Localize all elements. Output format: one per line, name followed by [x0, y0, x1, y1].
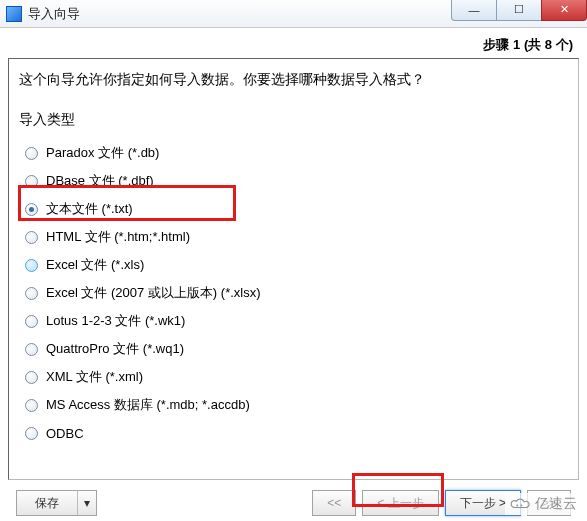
titlebar: 导入向导 — ☐ ✕ — [0, 0, 587, 28]
import-option[interactable]: DBase 文件 (*.dbf) — [19, 167, 568, 195]
option-label: DBase 文件 (*.dbf) — [46, 172, 154, 190]
radio-icon[interactable] — [25, 147, 38, 160]
save-button[interactable]: 保存 — [16, 490, 77, 516]
watermark-text: 亿速云 — [535, 495, 577, 513]
radio-icon[interactable] — [25, 427, 38, 440]
step-indicator: 步骤 1 (共 8 个) — [8, 34, 579, 58]
svg-point-1 — [520, 504, 522, 506]
window-controls: — ☐ ✕ — [452, 0, 587, 21]
radio-icon[interactable] — [25, 259, 38, 272]
minimize-button[interactable]: — — [451, 0, 497, 21]
import-option[interactable]: Excel 文件 (*.xls) — [19, 251, 568, 279]
window-title: 导入向导 — [28, 5, 80, 23]
group-label: 导入类型 — [19, 111, 568, 129]
option-label: Excel 文件 (2007 或以上版本) (*.xlsx) — [46, 284, 261, 302]
option-label: MS Access 数据库 (*.mdb; *.accdb) — [46, 396, 250, 414]
import-option[interactable]: ODBC — [19, 419, 568, 447]
import-option[interactable]: HTML 文件 (*.htm;*.html) — [19, 223, 568, 251]
app-icon — [6, 6, 22, 22]
import-option[interactable]: XML 文件 (*.xml) — [19, 363, 568, 391]
option-label: Paradox 文件 (*.db) — [46, 144, 159, 162]
watermark: 亿速云 — [505, 493, 581, 515]
radio-icon[interactable] — [25, 399, 38, 412]
option-label: 文本文件 (*.txt) — [46, 200, 133, 218]
instruction-text: 这个向导允许你指定如何导入数据。你要选择哪种数据导入格式？ — [19, 71, 568, 89]
svg-point-0 — [516, 504, 518, 506]
import-option[interactable]: QuattroPro 文件 (*.wq1) — [19, 335, 568, 363]
option-label: QuattroPro 文件 (*.wq1) — [46, 340, 184, 358]
radio-icon[interactable] — [25, 203, 38, 216]
wizard-panel: 这个向导允许你指定如何导入数据。你要选择哪种数据导入格式？ 导入类型 Parad… — [8, 58, 579, 480]
prev-button[interactable]: < 上一步 — [362, 490, 438, 516]
import-option[interactable]: MS Access 数据库 (*.mdb; *.accdb) — [19, 391, 568, 419]
import-option[interactable]: 文本文件 (*.txt) — [19, 195, 568, 223]
maximize-button[interactable]: ☐ — [496, 0, 542, 21]
import-option[interactable]: Lotus 1-2-3 文件 (*.wk1) — [19, 307, 568, 335]
radio-icon[interactable] — [25, 231, 38, 244]
radio-icon[interactable] — [25, 315, 38, 328]
option-label: ODBC — [46, 426, 84, 441]
cloud-icon — [509, 497, 531, 511]
import-option[interactable]: Paradox 文件 (*.db) — [19, 139, 568, 167]
option-label: XML 文件 (*.xml) — [46, 368, 143, 386]
radio-icon[interactable] — [25, 343, 38, 356]
import-type-options: Paradox 文件 (*.db)DBase 文件 (*.dbf)文本文件 (*… — [19, 139, 568, 447]
import-option[interactable]: Excel 文件 (2007 或以上版本) (*.xlsx) — [19, 279, 568, 307]
option-label: Excel 文件 (*.xls) — [46, 256, 144, 274]
save-split-button[interactable]: 保存 ▾ — [16, 490, 97, 516]
close-button[interactable]: ✕ — [541, 0, 587, 21]
save-dropdown[interactable]: ▾ — [77, 490, 97, 516]
radio-icon[interactable] — [25, 175, 38, 188]
radio-icon[interactable] — [25, 287, 38, 300]
option-label: Lotus 1-2-3 文件 (*.wk1) — [46, 312, 185, 330]
first-button[interactable]: << — [312, 490, 356, 516]
option-label: HTML 文件 (*.htm;*.html) — [46, 228, 190, 246]
button-bar: 保存 ▾ << < 上一步 下一步 > >> — [8, 480, 579, 521]
radio-icon[interactable] — [25, 371, 38, 384]
